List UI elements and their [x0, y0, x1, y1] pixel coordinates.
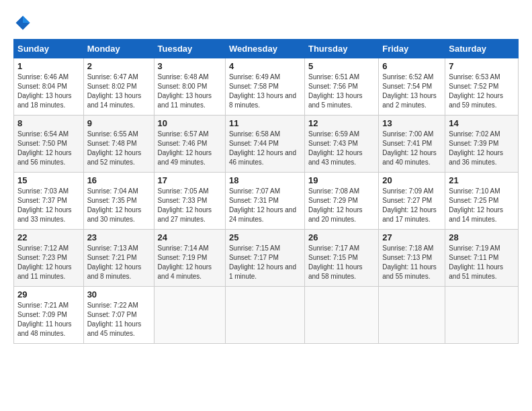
- day-detail: Sunrise: 7:18 AM Sunset: 7:13 PM Dayligh…: [382, 244, 441, 281]
- col-header-wednesday: Wednesday: [225, 40, 304, 58]
- day-detail: Sunrise: 7:04 AM Sunset: 7:35 PM Dayligh…: [87, 187, 150, 224]
- calendar-cell: 27 Sunrise: 7:18 AM Sunset: 7:13 PM Dayl…: [379, 230, 445, 287]
- day-detail: Sunrise: 6:49 AM Sunset: 7:58 PM Dayligh…: [229, 73, 301, 110]
- calendar-cell: 19 Sunrise: 7:08 AM Sunset: 7:29 PM Dayl…: [304, 173, 378, 230]
- calendar-cell: 23 Sunrise: 7:13 AM Sunset: 7:21 PM Dayl…: [83, 230, 154, 287]
- day-number: 15: [17, 175, 80, 185]
- day-number: 7: [449, 61, 515, 71]
- col-header-monday: Monday: [83, 40, 154, 58]
- calendar-cell: 3 Sunrise: 6:48 AM Sunset: 8:00 PM Dayli…: [154, 58, 225, 116]
- day-number: 4: [229, 61, 301, 71]
- calendar-cell: 26 Sunrise: 7:17 AM Sunset: 7:15 PM Dayl…: [304, 230, 378, 287]
- calendar-cell: 28 Sunrise: 7:19 AM Sunset: 7:11 PM Dayl…: [445, 230, 519, 287]
- calendar-week-2: 8 Sunrise: 6:54 AM Sunset: 7:50 PM Dayli…: [14, 116, 519, 173]
- calendar-cell: 21 Sunrise: 7:10 AM Sunset: 7:25 PM Dayl…: [445, 173, 519, 230]
- day-number: 3: [158, 61, 222, 71]
- calendar-cell: 25 Sunrise: 7:15 AM Sunset: 7:17 PM Dayl…: [225, 230, 304, 287]
- day-detail: Sunrise: 6:54 AM Sunset: 7:50 PM Dayligh…: [17, 130, 80, 167]
- calendar-cell: 1 Sunrise: 6:46 AM Sunset: 8:04 PM Dayli…: [14, 58, 84, 116]
- day-detail: Sunrise: 7:22 AM Sunset: 7:07 PM Dayligh…: [87, 301, 150, 338]
- day-number: 8: [17, 118, 80, 128]
- day-detail: Sunrise: 6:59 AM Sunset: 7:43 PM Dayligh…: [308, 130, 375, 167]
- day-detail: Sunrise: 6:47 AM Sunset: 8:02 PM Dayligh…: [87, 73, 150, 110]
- calendar-week-3: 15 Sunrise: 7:03 AM Sunset: 7:37 PM Dayl…: [14, 173, 519, 230]
- calendar-cell: 9 Sunrise: 6:55 AM Sunset: 7:48 PM Dayli…: [83, 116, 154, 173]
- day-number: 18: [229, 175, 301, 185]
- calendar-table: SundayMondayTuesdayWednesdayThursdayFrid…: [13, 39, 519, 344]
- day-number: 16: [87, 175, 150, 185]
- day-detail: Sunrise: 6:53 AM Sunset: 7:52 PM Dayligh…: [449, 73, 515, 110]
- svg-marker-1: [23, 16, 30, 24]
- calendar-cell: 14 Sunrise: 7:02 AM Sunset: 7:39 PM Dayl…: [445, 116, 519, 173]
- calendar-cell: 6 Sunrise: 6:52 AM Sunset: 7:54 PM Dayli…: [379, 58, 445, 116]
- day-detail: Sunrise: 7:00 AM Sunset: 7:41 PM Dayligh…: [382, 130, 441, 167]
- day-detail: Sunrise: 7:05 AM Sunset: 7:33 PM Dayligh…: [158, 187, 222, 224]
- day-number: 2: [87, 61, 150, 71]
- calendar-cell: 7 Sunrise: 6:53 AM Sunset: 7:52 PM Dayli…: [445, 58, 519, 116]
- day-number: 20: [382, 175, 441, 185]
- day-detail: Sunrise: 6:55 AM Sunset: 7:48 PM Dayligh…: [87, 130, 150, 167]
- day-detail: Sunrise: 7:10 AM Sunset: 7:25 PM Dayligh…: [449, 187, 515, 224]
- day-detail: Sunrise: 7:07 AM Sunset: 7:31 PM Dayligh…: [229, 187, 301, 224]
- day-number: 9: [87, 118, 150, 128]
- day-number: 28: [449, 232, 515, 242]
- calendar-cell: 8 Sunrise: 6:54 AM Sunset: 7:50 PM Dayli…: [14, 116, 84, 173]
- day-detail: Sunrise: 7:02 AM Sunset: 7:39 PM Dayligh…: [449, 130, 515, 167]
- day-number: 14: [449, 118, 515, 128]
- calendar-cell: 5 Sunrise: 6:51 AM Sunset: 7:56 PM Dayli…: [304, 58, 378, 116]
- calendar-cell: 13 Sunrise: 7:00 AM Sunset: 7:41 PM Dayl…: [379, 116, 445, 173]
- day-detail: Sunrise: 7:13 AM Sunset: 7:21 PM Dayligh…: [87, 244, 150, 281]
- calendar-week-1: 1 Sunrise: 6:46 AM Sunset: 8:04 PM Dayli…: [14, 58, 519, 116]
- page-header: [13, 13, 519, 32]
- day-number: 5: [308, 61, 375, 71]
- day-detail: Sunrise: 6:51 AM Sunset: 7:56 PM Dayligh…: [308, 73, 375, 110]
- calendar-cell: 29 Sunrise: 7:21 AM Sunset: 7:09 PM Dayl…: [14, 287, 84, 344]
- day-number: 21: [449, 175, 515, 185]
- day-number: 19: [308, 175, 375, 185]
- calendar-cell: 15 Sunrise: 7:03 AM Sunset: 7:37 PM Dayl…: [14, 173, 84, 230]
- calendar-cell: 18 Sunrise: 7:07 AM Sunset: 7:31 PM Dayl…: [225, 173, 304, 230]
- day-detail: Sunrise: 6:52 AM Sunset: 7:54 PM Dayligh…: [382, 73, 441, 110]
- calendar-cell: 10 Sunrise: 6:57 AM Sunset: 7:46 PM Dayl…: [154, 116, 225, 173]
- day-detail: Sunrise: 7:03 AM Sunset: 7:37 PM Dayligh…: [17, 187, 80, 224]
- day-detail: Sunrise: 7:19 AM Sunset: 7:11 PM Dayligh…: [449, 244, 515, 281]
- day-number: 29: [17, 289, 80, 300]
- day-detail: Sunrise: 7:08 AM Sunset: 7:29 PM Dayligh…: [308, 187, 375, 224]
- calendar-week-4: 22 Sunrise: 7:12 AM Sunset: 7:23 PM Dayl…: [14, 230, 519, 287]
- day-number: 24: [158, 232, 222, 242]
- calendar-cell: 11 Sunrise: 6:58 AM Sunset: 7:44 PM Dayl…: [225, 116, 304, 173]
- calendar-cell: [445, 287, 519, 344]
- day-number: 17: [158, 175, 222, 185]
- day-number: 6: [382, 61, 441, 71]
- day-number: 22: [17, 232, 80, 242]
- day-detail: Sunrise: 7:21 AM Sunset: 7:09 PM Dayligh…: [17, 301, 80, 338]
- day-detail: Sunrise: 7:15 AM Sunset: 7:17 PM Dayligh…: [229, 244, 301, 281]
- day-detail: Sunrise: 6:48 AM Sunset: 8:00 PM Dayligh…: [158, 73, 222, 110]
- day-number: 27: [382, 232, 441, 242]
- day-detail: Sunrise: 7:17 AM Sunset: 7:15 PM Dayligh…: [308, 244, 375, 281]
- calendar-cell: 30 Sunrise: 7:22 AM Sunset: 7:07 PM Dayl…: [83, 287, 154, 344]
- day-detail: Sunrise: 6:46 AM Sunset: 8:04 PM Dayligh…: [17, 73, 80, 110]
- calendar-week-5: 29 Sunrise: 7:21 AM Sunset: 7:09 PM Dayl…: [14, 287, 519, 344]
- day-number: 1: [17, 61, 80, 71]
- calendar-cell: 16 Sunrise: 7:04 AM Sunset: 7:35 PM Dayl…: [83, 173, 154, 230]
- day-number: 30: [87, 289, 150, 300]
- calendar-cell: 24 Sunrise: 7:14 AM Sunset: 7:19 PM Dayl…: [154, 230, 225, 287]
- day-detail: Sunrise: 6:57 AM Sunset: 7:46 PM Dayligh…: [158, 130, 222, 167]
- day-detail: Sunrise: 7:09 AM Sunset: 7:27 PM Dayligh…: [382, 187, 441, 224]
- col-header-sunday: Sunday: [14, 40, 84, 58]
- day-detail: Sunrise: 7:12 AM Sunset: 7:23 PM Dayligh…: [17, 244, 80, 281]
- calendar-cell: [379, 287, 445, 344]
- day-number: 13: [382, 118, 441, 128]
- calendar-cell: 2 Sunrise: 6:47 AM Sunset: 8:02 PM Dayli…: [83, 58, 154, 116]
- calendar-cell: 20 Sunrise: 7:09 AM Sunset: 7:27 PM Dayl…: [379, 173, 445, 230]
- day-detail: Sunrise: 6:58 AM Sunset: 7:44 PM Dayligh…: [229, 130, 301, 167]
- day-detail: Sunrise: 7:14 AM Sunset: 7:19 PM Dayligh…: [158, 244, 222, 281]
- col-header-saturday: Saturday: [445, 40, 519, 58]
- day-number: 10: [158, 118, 222, 128]
- col-header-thursday: Thursday: [304, 40, 378, 58]
- col-header-tuesday: Tuesday: [154, 40, 225, 58]
- day-number: 12: [308, 118, 375, 128]
- col-header-friday: Friday: [379, 40, 445, 58]
- calendar-cell: 17 Sunrise: 7:05 AM Sunset: 7:33 PM Dayl…: [154, 173, 225, 230]
